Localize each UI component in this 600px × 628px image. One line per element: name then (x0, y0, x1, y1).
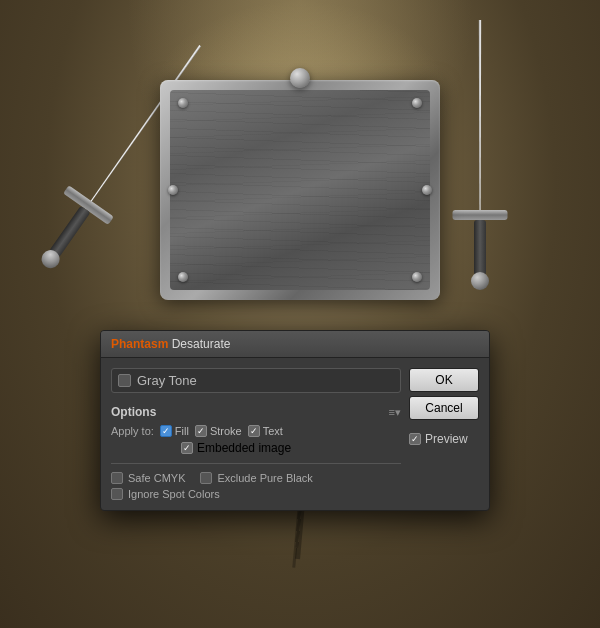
shield-metal-frame (160, 80, 440, 300)
ignore-spot-colors-checkbox[interactable] (111, 488, 123, 500)
dialog-buttons: OK Cancel Preview (409, 368, 479, 500)
gray-tone-row: Gray Tone (111, 368, 401, 393)
fill-label: Fill (175, 425, 189, 437)
exclude-pure-black-label: Exclude Pure Black (217, 472, 312, 484)
ignore-spot-colors-label: Ignore Spot Colors (128, 488, 220, 500)
embedded-image-row: Embedded image (181, 441, 401, 455)
rivet-tl (178, 98, 188, 108)
preview-checkbox[interactable] (409, 433, 421, 445)
stroke-label: Stroke (210, 425, 242, 437)
stroke-checkbox-item: Stroke (195, 425, 242, 437)
sword-pommel-right (471, 272, 489, 290)
dialog-main: Gray Tone Options ≡▾ Apply to: Fill Stro… (111, 368, 401, 500)
ok-button[interactable]: OK (409, 368, 479, 392)
stroke-checkbox[interactable] (195, 425, 207, 437)
dialog-title-main: Desaturate (172, 337, 231, 351)
sword-blade-right (477, 20, 483, 220)
bottom-checks: Safe CMYK Exclude Pure Black Ignore Spot… (111, 472, 401, 500)
cancel-button[interactable]: Cancel (409, 396, 479, 420)
text-checkbox[interactable] (248, 425, 260, 437)
divider (111, 463, 401, 464)
rivet-br (412, 272, 422, 282)
shield-sphere-top (290, 68, 310, 88)
preview-label: Preview (425, 432, 468, 446)
gray-tone-label: Gray Tone (137, 373, 197, 388)
fill-checkbox-item: Fill (160, 425, 189, 437)
gray-tone-checkbox[interactable] (118, 374, 131, 387)
rivet-ml (168, 185, 178, 195)
embedded-image-checkbox[interactable] (181, 442, 193, 454)
sword-guard-right (453, 210, 508, 220)
rivet-tr (412, 98, 422, 108)
dialog-title: Phantasm Desaturate (111, 337, 230, 351)
ignore-spot-row: Ignore Spot Colors (111, 488, 401, 500)
sword-handle-left (49, 206, 90, 258)
fill-checkbox[interactable] (160, 425, 172, 437)
dialog-body: Gray Tone Options ≡▾ Apply to: Fill Stro… (101, 358, 489, 510)
apply-to-label: Apply to: (111, 425, 154, 437)
rivet-mr (422, 185, 432, 195)
options-label: Options (111, 405, 156, 419)
dialog-title-highlight: Phantasm (111, 337, 168, 351)
embedded-image-label: Embedded image (197, 441, 291, 455)
safe-cmyk-label: Safe CMYK (128, 472, 185, 484)
options-header: Options ≡▾ (111, 405, 401, 419)
options-menu-icon[interactable]: ≡▾ (389, 406, 401, 419)
apply-to-row: Apply to: Fill Stroke Text (111, 425, 401, 437)
safe-cmyk-row: Safe CMYK Exclude Pure Black (111, 472, 401, 484)
dialog-titlebar: Phantasm Desaturate (101, 331, 489, 358)
text-label: Text (263, 425, 283, 437)
sword-handle-right (474, 220, 486, 275)
shield (160, 80, 440, 300)
dialog: Phantasm Desaturate Gray Tone Options ≡▾… (100, 330, 490, 511)
exclude-pure-black-checkbox[interactable] (200, 472, 212, 484)
preview-row: Preview (409, 432, 479, 446)
text-checkbox-item: Text (248, 425, 283, 437)
shield-wood (170, 90, 430, 290)
safe-cmyk-checkbox[interactable] (111, 472, 123, 484)
rivet-bl (178, 272, 188, 282)
